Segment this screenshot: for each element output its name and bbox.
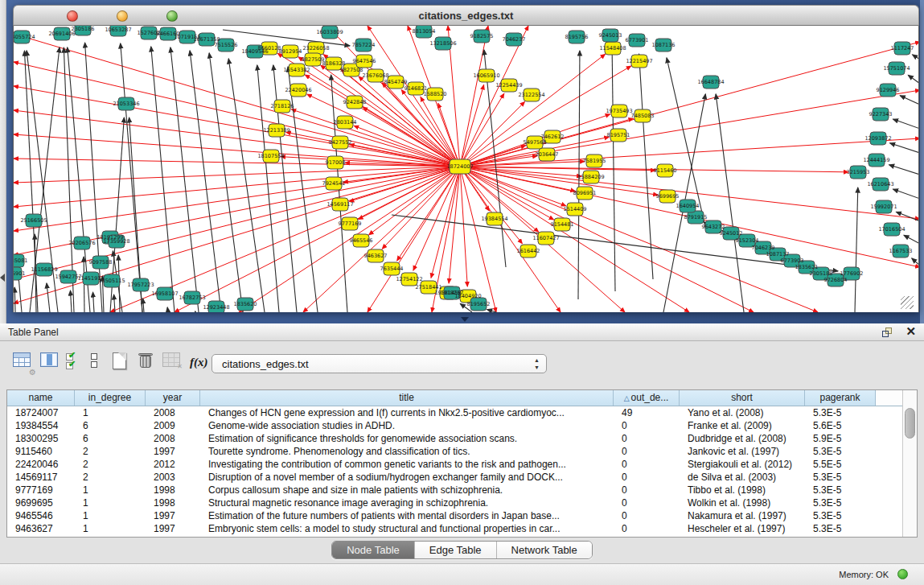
column-header-title[interactable]: title [200,390,614,406]
table-cell[interactable]: Yano et al. (2008) [680,406,805,419]
table-row[interactable]: 1938455462009Genome-wide association stu… [7,419,902,432]
table-cell[interactable]: Stergiakouli et al. (2012) [680,458,805,471]
memory-status-indicator[interactable] [897,569,908,579]
table-cell[interactable]: 1997 [146,509,200,522]
table-cell[interactable]: 5.3E-5 [805,471,876,484]
collapse-left-icon[interactable] [0,274,5,282]
table-cell[interactable]: 14569117 [7,471,75,484]
table-cell[interactable]: Estimation of the future numbers of pati… [200,509,614,522]
table-cell[interactable]: 9699695 [7,496,75,509]
table-cell[interactable]: 1 [75,484,146,496]
column-visibility-icon[interactable]: ✔ ✔ [66,352,87,373]
table-cell[interactable]: 49 [614,406,680,419]
table-cell[interactable]: Wolkin et al. (1998) [680,496,805,509]
tab-edge-table[interactable]: Edge Table [415,542,497,558]
table-cell[interactable]: Genome-wide association studies in ADHD. [200,419,614,432]
table-cell[interactable]: 0 [614,509,680,522]
table-row[interactable]: 946554611997Estimation of the future num… [7,509,902,522]
table-row[interactable]: 911546021997Tourette syndrome. Phenomeno… [7,445,902,458]
float-panel-icon[interactable] [882,327,893,338]
table-row[interactable]: 1830029562008Estimation of significance … [7,432,902,445]
table-cell[interactable]: 2 [75,471,146,484]
table-cell[interactable]: 0 [614,522,680,535]
table-cell[interactable]: 5.3E-5 [805,522,876,535]
table-cell[interactable]: 1 [75,496,146,509]
table-cell[interactable]: 2008 [146,432,200,445]
network-window-titlebar[interactable]: citations_edges.txt [13,5,919,26]
table-cell[interactable]: 5.3E-5 [805,509,876,522]
column-header-year[interactable]: year [146,390,200,406]
table-source-select[interactable]: citations_edges.txt ▲▼ [211,354,547,373]
table-cell[interactable]: 9115460 [7,445,75,458]
table-cell[interactable]: Estimation of significance thresholds fo… [200,432,614,445]
tab-node-table[interactable]: Node Table [332,542,415,558]
table-cell[interactable]: Franke et al. (2009) [680,419,805,432]
table-cell[interactable]: 1998 [146,496,200,509]
table-cell[interactable]: 19384554 [7,419,75,432]
table-cell[interactable]: 0 [614,419,680,432]
table-cell[interactable]: Tourette syndrome. Phenomenology and cla… [200,445,614,458]
table-cell[interactable]: Nakamura et al. (1997) [680,509,805,522]
table-cell[interactable]: 1998 [146,484,200,496]
table-row[interactable]: 2242004622012Investigating the contribut… [7,458,902,471]
row-options-icon[interactable] [90,352,111,373]
table-cell[interactable]: 0 [614,458,680,471]
new-table-icon[interactable] [113,352,133,373]
table-cell[interactable]: 9777169 [7,484,75,496]
table-cell[interactable]: 5.5E-5 [805,458,876,471]
column-header-pagerank[interactable]: pagerank [805,390,876,406]
tab-network-table[interactable]: Network Table [497,542,592,558]
table-cell[interactable]: 1 [75,522,146,535]
function-builder-icon[interactable]: f(x) [190,355,211,376]
table-cell[interactable]: 2003 [146,471,200,484]
table-cell[interactable]: 5.3E-5 [805,445,876,458]
table-cell[interactable]: 0 [614,471,680,484]
column-header-in_degree[interactable]: in_degree [75,390,146,406]
table-cell[interactable]: Changes of HCN gene expression and I(f) … [200,406,614,419]
table-cell[interactable]: de Silva et al. (2003) [680,471,805,484]
table-cell[interactable]: Structural magnetic resonance image aver… [200,496,614,509]
table-row[interactable]: 977716911998Corpus callosum shape and si… [7,484,902,496]
table-cell[interactable]: 0 [614,432,680,445]
table-row[interactable]: 1872400712008Changes of HCN gene express… [7,406,902,419]
table-cell[interactable]: 22420046 [7,458,75,471]
table-cell[interactable]: Tibbo et al. (1998) [680,484,805,496]
network-graph[interactable]: 1872400786601288912954232260589827509165… [14,26,919,312]
collapse-down-icon[interactable] [461,317,469,322]
table-cell[interactable]: 1997 [146,445,200,458]
table-cell[interactable]: 1 [75,406,146,419]
scrollbar-thumb[interactable] [905,408,915,439]
table-cell[interactable]: 2008 [146,406,200,419]
delete-rows-icon[interactable] [138,352,159,373]
table-cell[interactable]: 6 [75,432,146,445]
table-cell[interactable]: Investigating the contribution of common… [200,458,614,471]
table-cell[interactable]: 2 [75,445,146,458]
close-panel-icon[interactable]: ✕ [906,325,916,338]
table-cell[interactable]: 2 [75,458,146,471]
table-settings-icon[interactable]: ⚙ [13,352,34,373]
show-columns-icon[interactable] [40,352,61,373]
table-cell[interactable]: 2009 [146,419,200,432]
table-cell[interactable]: 0 [614,445,680,458]
table-cell[interactable]: 5.3E-5 [805,406,876,419]
table-cell[interactable]: 0 [614,496,680,509]
window-resize-grip[interactable] [901,296,914,309]
table-row[interactable]: 969969511998Structural magnetic resonanc… [7,496,902,509]
table-cell[interactable]: 18724007 [7,406,75,419]
table-cell[interactable]: 0 [614,484,680,496]
table-cell[interactable]: Dudbridge et al. (2008) [680,432,805,445]
table-cell[interactable]: 6 [75,419,146,432]
column-header-name[interactable]: name [7,390,75,406]
table-cell[interactable]: 9463627 [7,522,75,535]
table-cell[interactable]: 5.9E-5 [805,432,876,445]
table-row[interactable]: 1456911722003Disruption of a novel membe… [7,471,902,484]
table-scrollbar[interactable] [902,390,917,537]
table-cell[interactable]: 5.3E-5 [805,484,876,496]
table-row[interactable]: 946362711997Embryonic stem cells: a mode… [7,522,902,535]
table-cell[interactable]: 1997 [146,522,200,535]
network-canvas[interactable]: 1872400786601288912954232260589827509165… [13,26,919,312]
table-cell[interactable]: Hescheler et al. (1997) [680,522,805,535]
column-header-out_de[interactable]: △out_de... [614,390,680,406]
table-cell[interactable]: Embryonic stem cells: a model to study s… [200,522,614,535]
table-cell[interactable]: 2012 [146,458,200,471]
